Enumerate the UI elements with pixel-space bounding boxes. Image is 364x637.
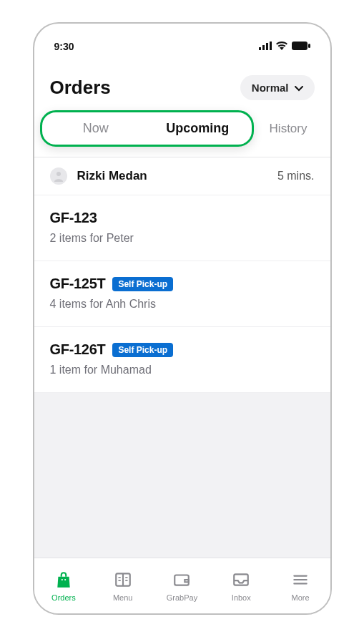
- wifi-icon: [276, 41, 287, 52]
- battery-icon: [292, 41, 310, 52]
- mode-selector[interactable]: Normal: [240, 75, 315, 100]
- pickup-badge: Self Pick-up: [112, 343, 173, 357]
- app-screen: 9:30 Orders Normal Now Upcoming: [33, 22, 332, 615]
- chevron-down-icon: [295, 82, 303, 94]
- menu-book-icon: [114, 570, 132, 590]
- svg-point-6: [56, 172, 61, 176]
- order-summary: 2 items for Peter: [50, 232, 315, 245]
- driver-row[interactable]: Rizki Medan 5 mins.: [34, 157, 330, 195]
- driver-eta: 5 mins.: [277, 170, 315, 183]
- avatar-icon: [50, 167, 67, 185]
- inbox-icon: [232, 570, 250, 590]
- tab-now[interactable]: Now: [45, 114, 147, 143]
- nav-menu[interactable]: Menu: [93, 558, 152, 613]
- svg-rect-4: [292, 42, 308, 50]
- svg-point-8: [64, 578, 66, 580]
- page-header: Orders Normal: [34, 62, 330, 110]
- hamburger-icon: [291, 570, 310, 590]
- tab-history[interactable]: History: [254, 115, 320, 143]
- nav-label: Menu: [113, 593, 133, 602]
- nav-label: Orders: [51, 593, 76, 602]
- order-card[interactable]: GF-123 2 items for Peter: [34, 195, 330, 261]
- order-card[interactable]: GF-126T Self Pick-up 1 item for Muhamad: [34, 327, 330, 393]
- nav-grabpay[interactable]: GrabPay: [152, 558, 212, 613]
- page-title: Orders: [50, 77, 111, 99]
- mode-label: Normal: [252, 82, 289, 94]
- svg-rect-5: [308, 44, 310, 48]
- content: Rizki Medan 5 mins. GF-123 2 items for P…: [34, 157, 330, 558]
- nav-inbox[interactable]: Inbox: [212, 558, 271, 613]
- order-summary: 4 items for Anh Chris: [50, 298, 315, 311]
- svg-rect-1: [262, 45, 265, 50]
- pickup-badge: Self Pick-up: [112, 277, 173, 291]
- clock: 9:30: [54, 41, 74, 52]
- nav-orders[interactable]: Orders: [34, 558, 94, 613]
- signal-icon: [259, 41, 272, 52]
- tab-upcoming[interactable]: Upcoming: [147, 114, 249, 143]
- bottom-nav: Orders Menu GrabPay Inbox More: [34, 558, 330, 613]
- order-summary: 1 item for Muhamad: [50, 364, 315, 376]
- order-id: GF-125T: [50, 276, 106, 292]
- nav-label: More: [292, 593, 310, 602]
- svg-rect-0: [259, 47, 261, 50]
- svg-rect-2: [266, 43, 268, 50]
- status-icons: [259, 41, 310, 52]
- order-id: GF-126T: [50, 341, 106, 358]
- svg-point-7: [62, 578, 63, 580]
- svg-rect-3: [270, 42, 272, 50]
- nav-more[interactable]: More: [271, 558, 330, 613]
- order-id: GF-123: [50, 210, 97, 226]
- bag-icon: [54, 570, 73, 590]
- order-card[interactable]: GF-125T Self Pick-up 4 items for Anh Chr…: [34, 261, 330, 327]
- tabs-highlight: Now Upcoming: [40, 110, 254, 147]
- empty-area: [34, 393, 330, 558]
- wallet-icon: [172, 570, 191, 590]
- driver-name: Rizki Medan: [77, 169, 277, 183]
- nav-label: Inbox: [232, 593, 251, 602]
- nav-label: GrabPay: [167, 593, 197, 602]
- status-bar: 9:30: [34, 31, 330, 62]
- tabs: Now Upcoming History: [34, 110, 330, 152]
